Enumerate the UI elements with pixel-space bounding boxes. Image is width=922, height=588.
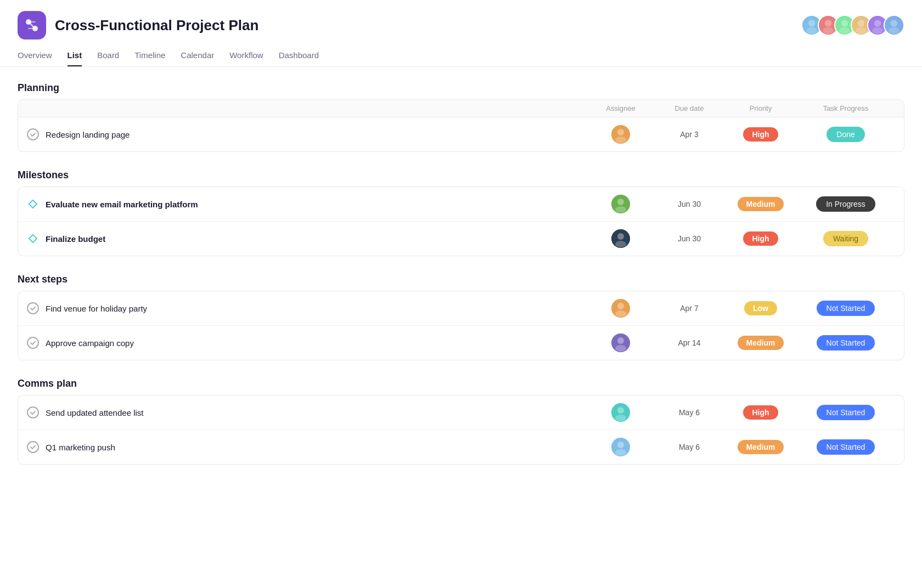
task-row[interactable]: Finalize budget Jun 30HighWaiting — [18, 222, 904, 256]
task-name-cell: Q1 marketing push — [27, 441, 588, 453]
assignee-cell — [588, 125, 654, 144]
svg-point-16 — [856, 27, 867, 35]
svg-point-25 — [615, 137, 626, 143]
due-date-cell: Apr 3 — [654, 130, 725, 139]
task-table: Send updated attendee list May 6HighNot … — [18, 395, 904, 465]
priority-badge: High — [743, 405, 778, 420]
progress-cell: Not Started — [796, 301, 895, 316]
task-name-text: Evaluate new email marketing platform — [46, 200, 198, 209]
svg-point-9 — [825, 20, 832, 27]
task-row[interactable]: Approve campaign copy Apr 14MediumNot St… — [18, 326, 904, 360]
progress-cell: In Progress — [796, 196, 895, 212]
progress-badge: Waiting — [823, 231, 868, 246]
tab-calendar[interactable]: Calendar — [181, 50, 214, 66]
section-title: Comms plan — [18, 378, 904, 389]
priority-cell: High — [725, 231, 796, 246]
priority-cell: Low — [725, 301, 796, 315]
assignee-cell — [588, 195, 654, 213]
progress-badge: Done — [827, 127, 864, 142]
table-header-cell: Task Progress — [796, 104, 895, 112]
task-name-text: Q1 marketing push — [46, 443, 115, 452]
progress-badge: Not Started — [817, 335, 875, 350]
svg-rect-30 — [29, 235, 37, 242]
svg-point-35 — [617, 303, 624, 309]
svg-point-18 — [874, 20, 881, 27]
task-name-cell: Evaluate new email marketing platform — [27, 198, 588, 210]
svg-point-36 — [615, 310, 626, 317]
svg-point-21 — [891, 20, 898, 27]
priority-cell: High — [725, 405, 796, 420]
svg-point-28 — [617, 199, 624, 205]
task-name-cell: Redesign landing page — [27, 128, 588, 140]
svg-point-44 — [617, 442, 624, 448]
progress-badge: Not Started — [817, 439, 875, 455]
tab-board[interactable]: Board — [97, 50, 119, 66]
task-name-cell: Finalize budget — [27, 233, 588, 245]
svg-point-29 — [615, 206, 626, 213]
tab-overview[interactable]: Overview — [18, 50, 52, 66]
due-date-cell: Apr 14 — [654, 338, 725, 347]
svg-point-45 — [615, 449, 626, 456]
header-left: Cross-Functional Project Plan — [18, 11, 258, 39]
svg-point-13 — [839, 27, 850, 35]
assignee-avatar — [611, 333, 630, 352]
svg-line-2 — [29, 22, 35, 29]
check-icon — [27, 337, 39, 349]
table-header-cell — [27, 104, 588, 112]
priority-badge: Medium — [738, 440, 784, 454]
progress-cell: Done — [796, 127, 895, 142]
task-name-text: Finalize budget — [46, 234, 105, 244]
priority-cell: Medium — [725, 336, 796, 350]
svg-point-33 — [615, 241, 626, 247]
priority-badge: High — [743, 231, 778, 246]
svg-point-19 — [872, 27, 883, 35]
task-row[interactable]: Send updated attendee list May 6HighNot … — [18, 395, 904, 430]
priority-cell: High — [725, 127, 796, 142]
section-title: Next steps — [18, 274, 904, 285]
table-header-cell: Due date — [654, 104, 725, 112]
due-date-cell: Jun 30 — [654, 234, 725, 243]
main-content: PlanningAssigneeDue datePriorityTask Pro… — [0, 67, 922, 497]
due-date-cell: May 6 — [654, 443, 725, 451]
tab-timeline[interactable]: Timeline — [134, 50, 165, 66]
section-planning: PlanningAssigneeDue datePriorityTask Pro… — [18, 82, 904, 152]
task-name-cell: Approve campaign copy — [27, 337, 588, 349]
progress-badge: Not Started — [817, 405, 875, 420]
svg-point-10 — [823, 27, 834, 35]
task-row[interactable]: Q1 marketing push May 6MediumNot Started — [18, 430, 904, 464]
task-name-text: Find venue for holiday party — [46, 304, 147, 313]
svg-point-6 — [808, 20, 816, 27]
tab-list[interactable]: List — [68, 50, 82, 66]
svg-point-38 — [617, 337, 624, 344]
priority-badge: Low — [744, 301, 777, 315]
tab-workflow[interactable]: Workflow — [229, 50, 263, 66]
project-title: Cross-Functional Project Plan — [55, 17, 258, 34]
task-row[interactable]: Evaluate new email marketing platform Ju… — [18, 187, 904, 222]
assignee-avatar — [611, 438, 630, 456]
task-row[interactable]: Find venue for holiday party Apr 7LowNot… — [18, 291, 904, 326]
table-header-cell: Assignee — [588, 104, 654, 112]
progress-cell: Not Started — [796, 439, 895, 455]
svg-point-22 — [889, 27, 899, 35]
avatar-group — [801, 15, 904, 36]
progress-cell: Not Started — [796, 335, 895, 350]
tab-dashboard[interactable]: Dashboard — [279, 50, 319, 66]
section-milestones: Milestones Evaluate new email marketing … — [18, 169, 904, 256]
svg-point-12 — [841, 20, 848, 27]
task-row[interactable]: Redesign landing page Apr 3HighDone — [18, 117, 904, 151]
task-table: Evaluate new email marketing platform Ju… — [18, 186, 904, 256]
assignee-avatar — [611, 195, 630, 213]
table-header: AssigneeDue datePriorityTask Progress — [18, 100, 904, 117]
task-name-text: Approve campaign copy — [46, 338, 134, 348]
svg-point-7 — [806, 27, 817, 35]
assignee-cell — [588, 438, 654, 456]
milestone-icon — [27, 233, 39, 245]
svg-rect-26 — [29, 200, 37, 208]
check-icon — [27, 406, 39, 419]
page-header: Cross-Functional Project Plan — [0, 0, 922, 39]
section-next-steps: Next steps Find venue for holiday party … — [18, 274, 904, 360]
priority-cell: Medium — [725, 197, 796, 211]
assignee-cell — [588, 299, 654, 318]
check-icon — [27, 128, 39, 140]
due-date-cell: Jun 30 — [654, 200, 725, 208]
